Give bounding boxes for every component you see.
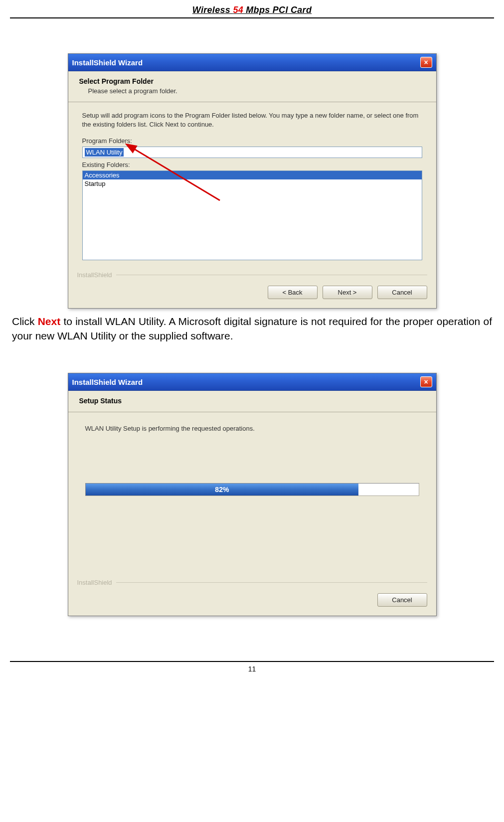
dialog-select-folder: InstallShield Wizard × Select Program Fo…: [68, 53, 437, 309]
close-icon[interactable]: ×: [420, 57, 432, 68]
folder-value-selected: WLAN Utility: [85, 148, 124, 157]
brand-label: InstallShield: [68, 572, 436, 588]
bt1: Click: [12, 316, 38, 327]
page-header: Wireless 54 Mbps PCI Card: [10, 0, 494, 18]
header-post: Mbps PCI Card: [243, 5, 312, 15]
existing-folders-list[interactable]: Accessories Startup: [82, 170, 422, 260]
button-row: < Back Next > Cancel: [68, 281, 436, 308]
status-text: WLAN Utility Setup is performing the req…: [85, 424, 419, 438]
brand-text: InstallShield: [77, 271, 112, 279]
titlebar: InstallShield Wizard ×: [68, 54, 436, 71]
brand-text: InstallShield: [77, 579, 112, 586]
label-program-folders: Program Folders:: [82, 134, 422, 147]
cancel-button[interactable]: Cancel: [377, 593, 427, 607]
list-item[interactable]: Accessories: [83, 171, 422, 179]
next-button[interactable]: Next >: [323, 286, 372, 299]
dialog-heading: Setup Status: [79, 397, 425, 405]
window-title: InstallShield Wizard: [72, 378, 143, 386]
body-paragraph: Click Next to install WLAN Utility. A Mi…: [10, 309, 494, 343]
next-word: Next: [38, 316, 61, 327]
label-existing-folders: Existing Folders:: [82, 158, 422, 170]
window-title: InstallShield Wizard: [72, 58, 143, 67]
program-folder-input[interactable]: WLAN Utility: [82, 147, 422, 158]
dialog-setup-status: InstallShield Wizard × Setup Status WLAN…: [68, 373, 437, 616]
dialog-content: WLAN Utility Setup is performing the req…: [68, 412, 436, 572]
dialog-select-folder-wrap: InstallShield Wizard × Select Program Fo…: [68, 53, 437, 309]
instruction-text: Setup will add program icons to the Prog…: [82, 111, 422, 134]
dialog-head-pane: Setup Status: [68, 391, 436, 412]
dialog-heading: Select Program Folder: [79, 77, 425, 85]
dialog-setup-status-wrap: InstallShield Wizard × Setup Status WLAN…: [68, 373, 437, 616]
close-icon[interactable]: ×: [420, 376, 432, 387]
header-speed: 54: [233, 5, 243, 15]
brand-label: InstallShield: [68, 264, 436, 281]
bt2: to install WLAN Utility. A Microsoft dig…: [12, 316, 492, 341]
page-footer: 11: [10, 661, 494, 680]
dialog-content: Setup will add program icons to the Prog…: [68, 102, 436, 264]
progress-fill: 82%: [86, 484, 359, 495]
titlebar: InstallShield Wizard ×: [68, 373, 436, 391]
page-number: 11: [248, 665, 256, 673]
cancel-button[interactable]: Cancel: [377, 286, 427, 299]
dialog-head-pane: Select Program Folder Please select a pr…: [68, 71, 436, 102]
dialog-subheading: Please select a program folder.: [79, 85, 425, 95]
back-button[interactable]: < Back: [268, 286, 318, 299]
button-row: Cancel: [68, 588, 436, 616]
list-item[interactable]: Startup: [83, 179, 422, 188]
progress-bar: 82%: [85, 483, 419, 496]
header-pre: Wireless: [192, 5, 233, 15]
